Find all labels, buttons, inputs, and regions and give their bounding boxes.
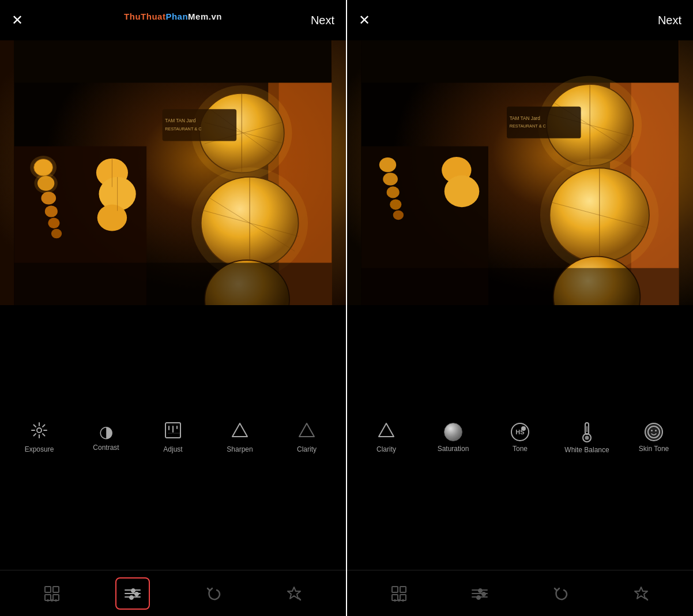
white-balance-tool[interactable]: White Balance bbox=[564, 422, 610, 454]
skin-tone-label: Skin Tone bbox=[639, 445, 669, 453]
svg-point-59 bbox=[47, 599, 49, 602]
svg-rect-90 bbox=[507, 107, 581, 138]
svg-rect-4 bbox=[14, 40, 332, 82]
exposure-tool[interactable]: Exposure bbox=[16, 422, 62, 453]
clarity-icon-left bbox=[298, 422, 315, 442]
white-balance-icon bbox=[578, 422, 596, 442]
clarity-icon-right bbox=[378, 422, 395, 442]
svg-point-87 bbox=[540, 159, 659, 272]
svg-point-100 bbox=[651, 430, 653, 431]
svg-point-76 bbox=[445, 175, 480, 207]
svg-marker-62 bbox=[288, 587, 300, 599]
tone-tool[interactable]: HS Tone bbox=[497, 423, 543, 453]
exposure-icon bbox=[31, 422, 48, 442]
svg-point-108 bbox=[402, 599, 404, 602]
watermark-dotvn: .vn bbox=[209, 12, 222, 21]
left-nav-sliders[interactable] bbox=[115, 577, 150, 610]
svg-point-98 bbox=[585, 435, 589, 440]
right-image-area: TAM TAN Jard RESTAURANT & C bbox=[347, 40, 693, 305]
svg-rect-102 bbox=[392, 587, 398, 592]
right-top-bar: ✕ Next bbox=[347, 0, 693, 40]
left-nav-undo[interactable] bbox=[196, 577, 231, 610]
left-panel: ✕ ThuThuatPhanMem.vn Next bbox=[0, 0, 346, 616]
svg-rect-38 bbox=[14, 263, 332, 305]
right-nav-undo[interactable] bbox=[543, 577, 578, 610]
svg-rect-56 bbox=[53, 587, 59, 592]
svg-point-70 bbox=[379, 157, 396, 172]
saturation-label: Saturation bbox=[438, 445, 469, 453]
svg-rect-55 bbox=[45, 587, 51, 592]
save-icon-right bbox=[633, 585, 649, 602]
svg-rect-68 bbox=[361, 40, 679, 82]
watermark-thuat: Thuat bbox=[141, 12, 165, 21]
sharpen-label: Sharpen bbox=[227, 445, 253, 453]
sliders-icon-right bbox=[472, 589, 488, 598]
contrast-tool[interactable]: ◑ Contrast bbox=[83, 424, 129, 452]
contrast-icon: ◑ bbox=[99, 424, 113, 440]
svg-point-74 bbox=[393, 211, 404, 220]
svg-rect-93 bbox=[361, 268, 679, 305]
adjust-label: Adjust bbox=[163, 445, 182, 453]
clarity-label-right: Clarity bbox=[376, 445, 396, 453]
left-nav-save[interactable] bbox=[277, 577, 311, 610]
left-top-bar: ✕ ThuThuatPhanMem.vn Next bbox=[0, 0, 346, 40]
svg-rect-103 bbox=[400, 587, 406, 592]
right-photo-svg: TAM TAN Jard RESTAURANT & C bbox=[347, 40, 693, 305]
svg-point-71 bbox=[383, 173, 398, 186]
svg-line-44 bbox=[43, 434, 45, 436]
next-button-left[interactable]: Next bbox=[311, 14, 334, 27]
svg-point-107 bbox=[398, 599, 400, 602]
svg-point-106 bbox=[394, 599, 396, 602]
adjust-tool[interactable]: Adjust bbox=[150, 422, 196, 453]
white-balance-label: White Balance bbox=[564, 446, 609, 454]
clarity-tool-right[interactable]: Clarity bbox=[363, 422, 409, 453]
svg-marker-54 bbox=[299, 423, 314, 437]
svg-point-47 bbox=[37, 428, 42, 433]
skin-tone-icon bbox=[645, 423, 663, 441]
left-nav-row bbox=[0, 570, 346, 616]
svg-line-46 bbox=[34, 434, 36, 436]
right-nav-grid[interactable] bbox=[382, 577, 416, 610]
left-photo: TAM TAN Jard RESTAURANT & C bbox=[0, 40, 346, 305]
svg-line-43 bbox=[34, 425, 36, 427]
close-button-right[interactable]: ✕ bbox=[359, 13, 370, 27]
svg-line-63 bbox=[299, 598, 300, 600]
saturation-tool[interactable]: Saturation bbox=[430, 423, 476, 453]
skin-tone-tool[interactable]: Skin Tone bbox=[631, 423, 677, 453]
right-nav-sliders[interactable] bbox=[462, 577, 497, 610]
grid-icon-right bbox=[391, 585, 407, 602]
right-tools-row: Clarity Saturation HS Tone bbox=[347, 305, 693, 570]
svg-point-99 bbox=[648, 426, 660, 438]
adjust-icon bbox=[164, 422, 182, 442]
svg-point-61 bbox=[55, 599, 57, 602]
svg-marker-109 bbox=[635, 587, 647, 599]
close-button[interactable]: ✕ bbox=[12, 13, 23, 27]
svg-marker-53 bbox=[232, 423, 247, 437]
svg-text:RESTAURANT & C: RESTAURANT & C bbox=[510, 123, 547, 129]
watermark-phan: Phan bbox=[165, 12, 188, 21]
clarity-tool-left[interactable]: Clarity bbox=[284, 422, 330, 453]
saturation-icon bbox=[444, 423, 462, 441]
left-nav-grid[interactable] bbox=[35, 577, 69, 610]
svg-line-110 bbox=[646, 598, 647, 600]
sharpen-tool[interactable]: Sharpen bbox=[217, 422, 263, 453]
grid-icon-left bbox=[44, 585, 60, 602]
right-nav-save[interactable] bbox=[624, 577, 658, 610]
svg-text:TAM TAN Jard: TAM TAN Jard bbox=[510, 116, 541, 121]
svg-point-72 bbox=[387, 186, 400, 198]
svg-point-9 bbox=[41, 192, 56, 205]
sharpen-icon bbox=[231, 422, 248, 442]
right-panel: ✕ Next bbox=[347, 0, 693, 616]
watermark-mem: Mem bbox=[188, 12, 209, 21]
right-photo: TAM TAN Jard RESTAURANT & C bbox=[347, 40, 693, 305]
next-button-right[interactable]: Next bbox=[658, 14, 681, 27]
left-photo-svg: TAM TAN Jard RESTAURANT & C bbox=[0, 40, 346, 305]
tone-icon: HS bbox=[511, 423, 529, 441]
sliders-icon-left bbox=[125, 589, 141, 598]
tone-label: Tone bbox=[513, 445, 528, 453]
save-icon-left bbox=[286, 585, 302, 602]
right-nav-row bbox=[347, 570, 693, 616]
watermark: ThuThuatPhanMem.vn bbox=[124, 12, 222, 21]
svg-point-17 bbox=[97, 205, 127, 231]
watermark-thu: Thu bbox=[124, 12, 141, 21]
